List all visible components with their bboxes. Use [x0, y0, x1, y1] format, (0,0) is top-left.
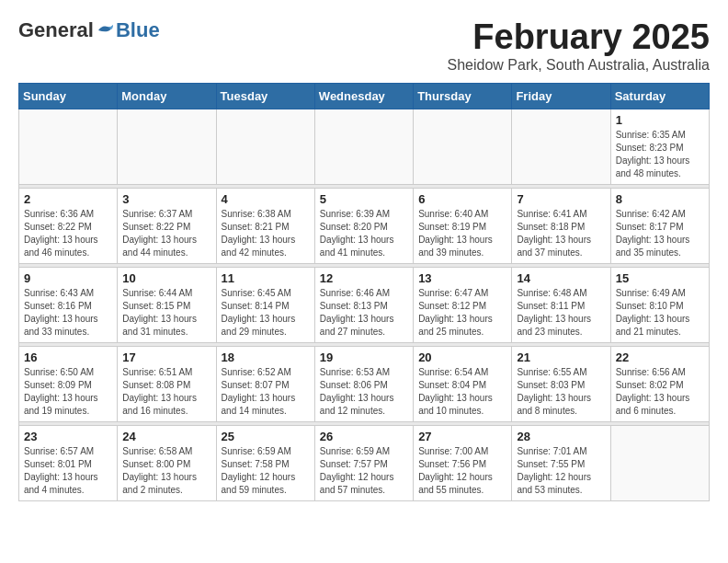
- day-number: 6: [418, 192, 506, 206]
- day-info: Sunrise: 7:00 AM Sunset: 7:56 PM Dayligh…: [418, 445, 506, 497]
- logo-bird-icon: [95, 23, 115, 38]
- day-cell: 26Sunrise: 6:59 AM Sunset: 7:57 PM Dayli…: [314, 425, 413, 500]
- day-number: 3: [122, 192, 210, 206]
- logo-general: General: [18, 18, 94, 42]
- day-cell: 9Sunrise: 6:43 AM Sunset: 8:16 PM Daylig…: [19, 267, 118, 342]
- day-cell: [610, 425, 709, 500]
- day-cell: 24Sunrise: 6:58 AM Sunset: 8:00 PM Dayli…: [118, 425, 216, 500]
- col-header-thursday: Thursday: [414, 83, 512, 109]
- day-cell: 25Sunrise: 6:59 AM Sunset: 7:58 PM Dayli…: [216, 425, 314, 500]
- day-info: Sunrise: 6:58 AM Sunset: 8:00 PM Dayligh…: [122, 445, 210, 497]
- week-row-1: 1Sunrise: 6:35 AM Sunset: 8:23 PM Daylig…: [19, 109, 710, 184]
- day-number: 15: [616, 271, 704, 285]
- day-cell: [118, 109, 216, 184]
- day-info: Sunrise: 6:37 AM Sunset: 8:22 PM Dayligh…: [122, 208, 210, 259]
- day-info: Sunrise: 6:46 AM Sunset: 8:13 PM Dayligh…: [320, 287, 408, 339]
- col-header-sunday: Sunday: [19, 83, 118, 109]
- day-number: 2: [24, 192, 112, 206]
- day-number: 9: [24, 271, 112, 285]
- day-info: Sunrise: 6:43 AM Sunset: 8:16 PM Dayligh…: [24, 287, 112, 339]
- calendar: SundayMondayTuesdayWednesdayThursdayFrid…: [18, 83, 710, 501]
- location-title: Sheidow Park, South Australia, Australia: [448, 57, 711, 74]
- day-number: 7: [517, 192, 605, 206]
- day-info: Sunrise: 6:45 AM Sunset: 8:14 PM Dayligh…: [222, 287, 310, 339]
- day-number: 20: [418, 350, 506, 364]
- col-header-friday: Friday: [512, 83, 610, 109]
- day-number: 23: [24, 430, 112, 443]
- day-number: 24: [122, 430, 210, 443]
- day-cell: 22Sunrise: 6:56 AM Sunset: 8:02 PM Dayli…: [610, 346, 709, 421]
- day-cell: 5Sunrise: 6:39 AM Sunset: 8:20 PM Daylig…: [314, 188, 413, 263]
- day-info: Sunrise: 6:44 AM Sunset: 8:15 PM Dayligh…: [122, 287, 210, 339]
- week-row-5: 23Sunrise: 6:57 AM Sunset: 8:01 PM Dayli…: [19, 425, 710, 500]
- day-cell: 1Sunrise: 6:35 AM Sunset: 8:23 PM Daylig…: [610, 109, 709, 184]
- day-cell: 4Sunrise: 6:38 AM Sunset: 8:21 PM Daylig…: [216, 188, 314, 263]
- day-info: Sunrise: 6:57 AM Sunset: 8:01 PM Dayligh…: [24, 445, 112, 497]
- day-info: Sunrise: 6:52 AM Sunset: 8:07 PM Dayligh…: [222, 366, 310, 418]
- day-info: Sunrise: 6:50 AM Sunset: 8:09 PM Dayligh…: [24, 366, 112, 418]
- week-row-4: 16Sunrise: 6:50 AM Sunset: 8:09 PM Dayli…: [19, 346, 710, 421]
- day-info: Sunrise: 6:55 AM Sunset: 8:03 PM Dayligh…: [517, 366, 605, 418]
- day-info: Sunrise: 6:39 AM Sunset: 8:20 PM Dayligh…: [320, 208, 408, 259]
- day-number: 19: [320, 350, 408, 364]
- calendar-header-row: SundayMondayTuesdayWednesdayThursdayFrid…: [19, 83, 710, 109]
- day-number: 8: [616, 192, 704, 206]
- week-row-2: 2Sunrise: 6:36 AM Sunset: 8:22 PM Daylig…: [19, 188, 710, 263]
- day-number: 28: [517, 430, 605, 443]
- day-info: Sunrise: 6:59 AM Sunset: 7:58 PM Dayligh…: [222, 445, 310, 497]
- day-cell: 11Sunrise: 6:45 AM Sunset: 8:14 PM Dayli…: [216, 267, 314, 342]
- day-cell: [414, 109, 512, 184]
- day-cell: [19, 109, 118, 184]
- day-cell: 15Sunrise: 6:49 AM Sunset: 8:10 PM Dayli…: [610, 267, 709, 342]
- day-number: 10: [122, 271, 210, 285]
- day-info: Sunrise: 6:41 AM Sunset: 8:18 PM Dayligh…: [517, 208, 605, 259]
- day-number: 22: [616, 350, 704, 364]
- day-cell: [512, 109, 610, 184]
- col-header-wednesday: Wednesday: [314, 83, 413, 109]
- day-info: Sunrise: 6:47 AM Sunset: 8:12 PM Dayligh…: [418, 287, 506, 339]
- day-cell: 13Sunrise: 6:47 AM Sunset: 8:12 PM Dayli…: [414, 267, 512, 342]
- day-info: Sunrise: 6:56 AM Sunset: 8:02 PM Dayligh…: [616, 366, 704, 418]
- day-number: 26: [320, 430, 408, 443]
- day-number: 11: [222, 271, 310, 285]
- day-number: 4: [222, 192, 310, 206]
- day-cell: 20Sunrise: 6:54 AM Sunset: 8:04 PM Dayli…: [414, 346, 512, 421]
- day-number: 14: [517, 271, 605, 285]
- day-info: Sunrise: 6:49 AM Sunset: 8:10 PM Dayligh…: [616, 287, 704, 339]
- day-cell: 6Sunrise: 6:40 AM Sunset: 8:19 PM Daylig…: [414, 188, 512, 263]
- day-cell: 14Sunrise: 6:48 AM Sunset: 8:11 PM Dayli…: [512, 267, 610, 342]
- day-number: 1: [616, 113, 704, 127]
- title-area: February 2025 Sheidow Park, South Austra…: [448, 18, 711, 74]
- day-cell: [216, 109, 314, 184]
- month-title: February 2025: [448, 18, 711, 57]
- day-cell: 10Sunrise: 6:44 AM Sunset: 8:15 PM Dayli…: [118, 267, 216, 342]
- day-cell: [314, 109, 413, 184]
- day-cell: 3Sunrise: 6:37 AM Sunset: 8:22 PM Daylig…: [118, 188, 216, 263]
- day-cell: 2Sunrise: 6:36 AM Sunset: 8:22 PM Daylig…: [19, 188, 118, 263]
- day-cell: 28Sunrise: 7:01 AM Sunset: 7:55 PM Dayli…: [512, 425, 610, 500]
- col-header-monday: Monday: [118, 83, 216, 109]
- day-number: 17: [122, 350, 210, 364]
- day-number: 18: [222, 350, 310, 364]
- day-number: 13: [418, 271, 506, 285]
- day-cell: 27Sunrise: 7:00 AM Sunset: 7:56 PM Dayli…: [414, 425, 512, 500]
- day-info: Sunrise: 6:40 AM Sunset: 8:19 PM Dayligh…: [418, 208, 506, 259]
- week-row-3: 9Sunrise: 6:43 AM Sunset: 8:16 PM Daylig…: [19, 267, 710, 342]
- day-cell: 16Sunrise: 6:50 AM Sunset: 8:09 PM Dayli…: [19, 346, 118, 421]
- day-cell: 21Sunrise: 6:55 AM Sunset: 8:03 PM Dayli…: [512, 346, 610, 421]
- day-cell: 8Sunrise: 6:42 AM Sunset: 8:17 PM Daylig…: [610, 188, 709, 263]
- day-info: Sunrise: 6:59 AM Sunset: 7:57 PM Dayligh…: [320, 445, 408, 497]
- day-number: 16: [24, 350, 112, 364]
- day-cell: 19Sunrise: 6:53 AM Sunset: 8:06 PM Dayli…: [314, 346, 413, 421]
- day-info: Sunrise: 6:51 AM Sunset: 8:08 PM Dayligh…: [122, 366, 210, 418]
- day-cell: 7Sunrise: 6:41 AM Sunset: 8:18 PM Daylig…: [512, 188, 610, 263]
- day-info: Sunrise: 6:35 AM Sunset: 8:23 PM Dayligh…: [616, 129, 704, 180]
- day-info: Sunrise: 6:36 AM Sunset: 8:22 PM Dayligh…: [24, 208, 112, 259]
- day-cell: 12Sunrise: 6:46 AM Sunset: 8:13 PM Dayli…: [314, 267, 413, 342]
- day-cell: 18Sunrise: 6:52 AM Sunset: 8:07 PM Dayli…: [216, 346, 314, 421]
- day-number: 21: [517, 350, 605, 364]
- header: General Blue February 2025 Sheidow Park,…: [18, 18, 710, 74]
- day-cell: 17Sunrise: 6:51 AM Sunset: 8:08 PM Dayli…: [118, 346, 216, 421]
- day-info: Sunrise: 6:42 AM Sunset: 8:17 PM Dayligh…: [616, 208, 704, 259]
- day-info: Sunrise: 6:53 AM Sunset: 8:06 PM Dayligh…: [320, 366, 408, 418]
